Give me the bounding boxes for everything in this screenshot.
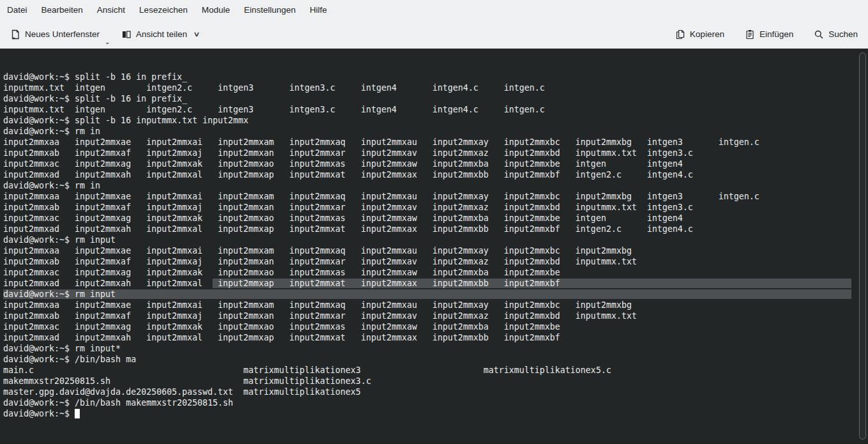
terminal-line: david@work:~$ rm input — [3, 234, 868, 245]
menu-item-einstellungen[interactable]: Einstellungen — [237, 2, 303, 18]
toolbar: Neues Unterfenster ⌄ Ansicht teilen ∨ — [0, 20, 868, 49]
terminal-line: input2mmxac input2mmxag input2mmxak inpu… — [3, 213, 868, 224]
terminal-line: inputmmx.txt intgen intgen2.c intgen3 in… — [3, 82, 868, 93]
terminal-view[interactable]: david@work:~$ split -b 16 in prefix_inpu… — [0, 49, 868, 444]
terminal-line: makemmxstr20250815.sh matrixmultiplikati… — [3, 376, 868, 387]
terminal-line: input2mmxaa input2mmxae input2mmxai inpu… — [3, 191, 868, 202]
terminal-line: david@work:~$ rm in — [3, 126, 868, 137]
new-tab-button[interactable]: Neues Unterfenster ⌄ — [8, 27, 102, 42]
paste-button[interactable]: Einfügen — [742, 27, 796, 42]
copy-label: Kopieren — [690, 29, 724, 39]
new-tab-dropdown-chevron-icon[interactable]: ⌄ — [105, 39, 110, 45]
menu-item-module[interactable]: Module — [195, 2, 237, 18]
search-button[interactable]: Suchen — [811, 27, 860, 42]
menu-item-hilfe[interactable]: Hilfe — [303, 2, 334, 18]
toolbar-left-group: Neues Unterfenster ⌄ Ansicht teilen ∨ — [8, 27, 202, 42]
menu-item-lesezeichen[interactable]: Lesezeichen — [132, 2, 195, 18]
terminal-line: main.c matrixmultiplikationex3 matrixmul… — [3, 365, 868, 376]
terminal-line: david@work:~$ — [3, 408, 868, 419]
terminal-line: david@work:~$ rm input* — [3, 343, 868, 354]
terminal-line: david@work:~$ rm in — [3, 180, 868, 191]
terminal-line: input2mmxaa input2mmxae input2mmxai inpu… — [3, 300, 868, 310]
search-label: Suchen — [828, 29, 858, 39]
terminal-line: david@work:~$ split -b 16 inputmmx.txt i… — [3, 115, 868, 126]
terminal-line: input2mmxad input2mmxah input2mmxal inpu… — [3, 224, 868, 234]
terminal-line: david@work:~$ rm input — [3, 289, 868, 300]
terminal-line: david@work:~$ split -b 16 in prefix_ — [3, 93, 868, 104]
split-view-icon — [121, 29, 131, 40]
terminal-line: inputmmx.txt intgen intgen2.c intgen3 in… — [3, 104, 868, 115]
split-view-label: Ansicht teilen — [136, 29, 187, 39]
new-tab-label: Neues Unterfenster — [25, 29, 100, 39]
toolbar-right-group: Kopieren Einfügen Suchen — [673, 27, 860, 42]
terminal-line: input2mmxad input2mmxah input2mmxal inpu… — [3, 278, 868, 289]
terminal-scrollbar-handle[interactable] — [859, 52, 866, 440]
paste-label: Einfügen — [760, 29, 793, 39]
terminal-selection: input2mmxap input2mmxat input2mmxax inpu… — [213, 279, 851, 288]
menu-item-ansicht[interactable]: Ansicht — [90, 2, 132, 18]
terminal-lines: david@work:~$ split -b 16 in prefix_inpu… — [3, 72, 868, 419]
menu-item-bearbeiten[interactable]: Bearbeiten — [34, 2, 90, 18]
terminal-selection: david@work:~$ rm input — [3, 289, 851, 299]
terminal-line: input2mmxad input2mmxah input2mmxal inpu… — [3, 332, 868, 343]
terminal-line: input2mmxaa input2mmxae input2mmxai inpu… — [3, 137, 868, 148]
terminal-line: input2mmxad input2mmxah input2mmxal inpu… — [3, 169, 868, 180]
terminal-line: input2mmxac input2mmxag input2mmxak inpu… — [3, 158, 868, 169]
terminal-line: input2mmxab input2mmxaf input2mmxaj inpu… — [3, 310, 868, 321]
terminal-line: input2mmxac input2mmxag input2mmxak inpu… — [3, 267, 868, 278]
menubar: DateiBearbeitenAnsichtLesezeichenModuleE… — [0, 0, 868, 20]
terminal-line: input2mmxab input2mmxaf input2mmxaj inpu… — [3, 256, 868, 267]
copy-icon — [675, 29, 685, 40]
new-tab-icon — [10, 29, 20, 40]
terminal-scrollbar-track — [859, 52, 867, 440]
split-view-button[interactable]: Ansicht teilen ∨ — [119, 27, 202, 42]
terminal-line: david@work:~$ /bin/bash ma — [3, 354, 868, 365]
paste-icon — [745, 29, 755, 40]
copy-button[interactable]: Kopieren — [673, 27, 727, 42]
terminal-cursor — [75, 409, 80, 418]
search-icon — [814, 29, 824, 40]
terminal-line: input2mmxac input2mmxag input2mmxak inpu… — [3, 321, 868, 332]
terminal-line: input2mmxab input2mmxaf input2mmxaj inpu… — [3, 148, 868, 158]
split-view-chevron-down-icon: ∨ — [193, 30, 200, 38]
terminal-line: input2mmxab input2mmxaf input2mmxaj inpu… — [3, 202, 868, 213]
terminal-line: input2mmxaa input2mmxae input2mmxai inpu… — [3, 245, 868, 256]
terminal-line: david@work:~$ /bin/bash makemmxstr202508… — [3, 397, 868, 408]
terminal-line: master.gpg.david@dvajda.de20250605.passw… — [3, 387, 868, 397]
menu-item-datei[interactable]: Datei — [0, 2, 34, 18]
terminal-line: david@work:~$ split -b 16 in prefix_ — [3, 72, 868, 82]
